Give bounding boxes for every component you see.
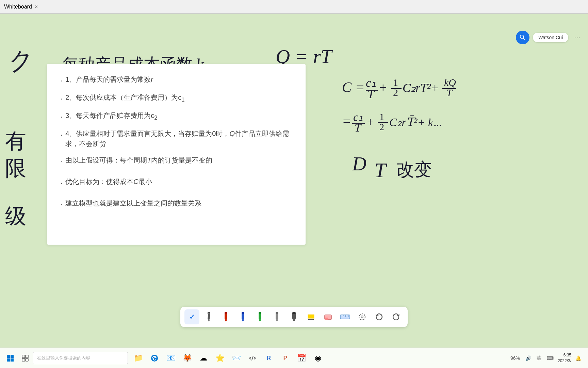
- svg-point-63: [361, 316, 363, 318]
- calendar-icon[interactable]: 📅: [294, 351, 309, 366]
- svg-rect-65: [11, 355, 14, 358]
- file-explorer-icon[interactable]: 📁: [131, 351, 146, 366]
- svg-text:1: 1: [379, 111, 384, 122]
- redo-icon: [392, 312, 401, 321]
- svg-text:有: 有: [5, 129, 26, 153]
- undo-btn[interactable]: [372, 309, 387, 324]
- more-options-button[interactable]: ⋯: [572, 32, 583, 43]
- svg-rect-47: [276, 312, 278, 314]
- left-handwriting: ク 有 限 级: [5, 46, 35, 228]
- search-avatar-button[interactable]: [516, 31, 529, 44]
- notification-icon[interactable]: 🔔: [574, 355, 583, 362]
- firefox-icon[interactable]: 🦊: [180, 351, 195, 366]
- svg-marker-46: [276, 320, 278, 322]
- taskbar-search-bar[interactable]: 在这里输入你要搜索的内容: [33, 352, 128, 364]
- dev-tools-icon[interactable]: [245, 351, 260, 366]
- svg-text:ク: ク: [7, 46, 35, 75]
- svg-rect-70: [22, 358, 25, 361]
- svg-text:+: +: [379, 80, 387, 95]
- bullet-7: ·: [61, 199, 63, 210]
- bullet-3: ·: [61, 111, 63, 122]
- svg-point-72: [151, 355, 158, 362]
- svg-marker-37: [225, 320, 227, 322]
- slide-text-3: 3、每天每件产品贮存费用为c2: [65, 110, 292, 122]
- svg-text:+: +: [367, 115, 374, 129]
- wifi-icon[interactable]: 🔊: [524, 355, 533, 362]
- formula-cost: C = c₁ T + 1 2 C₂rT²+ kQ T: [342, 76, 456, 101]
- svg-text:2: 2: [393, 87, 398, 98]
- dev-icon: [249, 354, 256, 362]
- pen-icon-4: [256, 311, 264, 322]
- select-tool-btn[interactable]: ✓: [184, 309, 199, 324]
- edge-browser-icon[interactable]: [147, 351, 162, 366]
- highlight-icon: [306, 312, 316, 322]
- undo-icon: [375, 312, 383, 321]
- pen-icon-6: [290, 311, 298, 322]
- svg-text:2: 2: [379, 122, 384, 132]
- svg-text:T: T: [368, 87, 375, 101]
- pen-icon-3: [239, 311, 247, 322]
- taskbar-clock[interactable]: 6:35 2022/3/: [558, 352, 571, 364]
- keyboard-icon[interactable]: ⌨: [545, 355, 555, 362]
- close-button[interactable]: ×: [32, 2, 40, 11]
- pen-icon-2: [222, 311, 230, 322]
- svg-text:T: T: [374, 158, 388, 182]
- pen-tool-1-btn[interactable]: [201, 309, 216, 324]
- svg-text:c₁: c₁: [353, 111, 363, 123]
- clock-time: 6:35: [558, 352, 571, 358]
- svg-text:C₂rT²+: C₂rT²+: [403, 81, 439, 95]
- pen-icon-1: [205, 311, 213, 322]
- taskbar-app-icons: 📁 📧 🦊 ☁ ⭐ 📨 R P 📅 ◉: [131, 351, 509, 366]
- svg-text:...: ...: [434, 116, 442, 128]
- app-icon[interactable]: ◉: [310, 351, 325, 366]
- pen-tool-4-btn[interactable]: [252, 309, 267, 324]
- cloud-icon[interactable]: ☁: [196, 351, 211, 366]
- canvas-area: Watson Cui ⋯ ク 有 限 级 每种产品成本函数 k: [0, 14, 588, 348]
- search-placeholder: 在这里输入你要搜索的内容: [37, 355, 90, 361]
- highlight-tool-btn[interactable]: [304, 309, 318, 324]
- slide-text-2: 2、每次供应成本（生产准备费用）为c1: [65, 92, 292, 104]
- star-icon[interactable]: ⭐: [212, 351, 227, 366]
- svg-rect-56: [340, 315, 350, 319]
- clock-date: 2022/3/: [558, 358, 571, 364]
- pen-tool-3-btn[interactable]: [235, 309, 250, 324]
- ime-icon[interactable]: 英: [535, 354, 543, 362]
- mail-icon[interactable]: 📧: [163, 351, 178, 366]
- slide-content-box: · 1、产品每天的需求量为常数r · 2、每次供应成本（生产准备费用）为c1 ·…: [47, 64, 306, 245]
- lasso-tool-btn[interactable]: [355, 309, 370, 324]
- lasso-icon: [357, 312, 367, 322]
- eraser-tool-btn[interactable]: [321, 309, 336, 324]
- ruler-tool-btn[interactable]: [338, 309, 353, 324]
- start-button[interactable]: [3, 351, 18, 366]
- svg-rect-68: [22, 355, 25, 358]
- pen-tool-2-btn[interactable]: [218, 309, 233, 324]
- pen-tool-5-btn[interactable]: [270, 309, 284, 324]
- svg-text:T: T: [355, 121, 362, 134]
- slide-item-6: · 优化目标为：使得成本C最小: [61, 177, 292, 188]
- slide-item-4: · 4、供应量相对于需求量而言无限大，当存贮量为0时，Q件产品立即供给需求，不会…: [61, 128, 292, 149]
- svg-text:C =: C =: [342, 79, 365, 95]
- pen-tool-6-btn[interactable]: [287, 309, 301, 324]
- battery-icon: 96%: [509, 355, 521, 362]
- header-bar: Watson Cui ⋯: [510, 27, 588, 48]
- pen-icon-5: [273, 311, 281, 322]
- svg-text:kQ: kQ: [444, 77, 456, 88]
- task-view-button[interactable]: [18, 351, 33, 366]
- svg-point-62: [359, 314, 365, 320]
- redo-btn[interactable]: [389, 309, 404, 324]
- bullet-2: ·: [61, 93, 63, 104]
- taskbar: 在这里输入你要搜索的内容 📁 📧 🦊 ☁ ⭐ 📨 R P 📅 ◉: [0, 348, 588, 368]
- window-title: Whiteboard: [4, 4, 32, 10]
- svg-point-35: [208, 312, 210, 314]
- svg-rect-52: [308, 315, 314, 318]
- svg-text:=: =: [342, 114, 351, 129]
- ruler-icon: [340, 313, 350, 320]
- svg-rect-55: [325, 318, 328, 320]
- powerpoint-icon[interactable]: P: [278, 351, 293, 366]
- svg-rect-71: [26, 358, 28, 361]
- svg-marker-40: [242, 320, 244, 322]
- email-2-icon[interactable]: 📨: [229, 351, 244, 366]
- slide-text-6: 优化目标为：使得成本C最小: [65, 177, 292, 187]
- r-studio-icon[interactable]: R: [261, 351, 276, 366]
- user-badge[interactable]: Watson Cui: [533, 33, 568, 42]
